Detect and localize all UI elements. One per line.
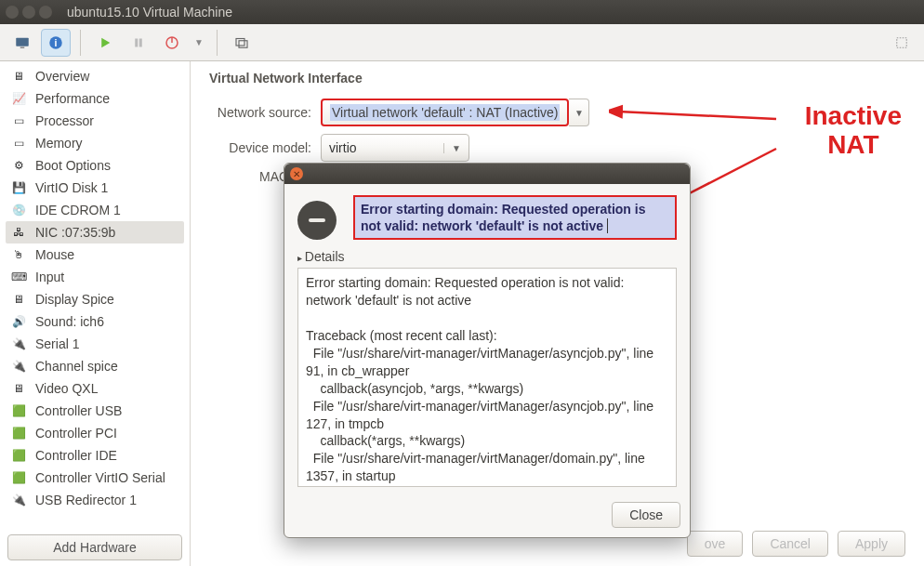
- network-source-value: Virtual network 'default' : NAT (Inactiv…: [330, 104, 560, 121]
- sidebar-item-label: NIC :07:35:9b: [35, 225, 115, 240]
- device-model-label: Device model:: [209, 140, 321, 155]
- shutdown-menu-button[interactable]: ▼: [191, 29, 207, 57]
- console-view-button[interactable]: [7, 29, 37, 57]
- footer-buttons: ove Cancel Apply: [687, 531, 905, 557]
- sidebar-item[interactable]: 📈Performance: [6, 87, 184, 110]
- sidebar-item[interactable]: ⚙Boot Options: [6, 154, 184, 177]
- hardware-sidebar: 🖥Overview📈Performance▭Processor▭Memory⚙B…: [0, 61, 191, 566]
- svg-rect-9: [236, 38, 244, 46]
- sidebar-item-icon: 💾: [9, 180, 28, 195]
- sidebar-item-label: Display Spice: [35, 292, 114, 307]
- sidebar-item-icon: 🖥: [9, 381, 28, 396]
- sidebar-item-label: VirtIO Disk 1: [35, 180, 108, 195]
- sidebar-item[interactable]: 💾VirtIO Disk 1: [6, 177, 184, 199]
- dialog-close-icon[interactable]: ✕: [290, 167, 303, 180]
- network-source-dropdown[interactable]: Virtual network 'default' : NAT (Inactiv…: [321, 99, 569, 126]
- dialog-titlebar[interactable]: ✕: [284, 164, 690, 184]
- sidebar-item[interactable]: 🔌Channel spice: [6, 355, 184, 377]
- sidebar-item-icon: 🖧: [9, 225, 28, 240]
- svg-text:i: i: [55, 36, 58, 47]
- sidebar-item-icon: 🔊: [9, 314, 28, 329]
- sidebar-item-icon: 🔌: [9, 493, 28, 507]
- sidebar-item[interactable]: 🖥Overview: [6, 65, 184, 87]
- remove-button[interactable]: ove: [687, 531, 744, 557]
- sidebar-item-icon: ▭: [9, 113, 28, 128]
- sidebar-item-icon: 🔌: [9, 359, 28, 374]
- network-source-row: Network source: Virtual network 'default…: [209, 99, 905, 126]
- pause-button[interactable]: [124, 29, 153, 57]
- sidebar-item[interactable]: 🟩Controller IDE: [6, 444, 184, 467]
- sidebar-item[interactable]: 🔊Sound: ich6: [6, 310, 184, 333]
- sidebar-item[interactable]: 💿IDE CDROM 1: [6, 199, 184, 221]
- sidebar-item-icon: 🟩: [9, 470, 28, 485]
- sidebar-item[interactable]: ▭Processor: [6, 110, 184, 132]
- toolbar: i ▼: [0, 24, 924, 61]
- sidebar-item-label: Input: [35, 270, 64, 284]
- sidebar-item-label: Controller IDE: [35, 448, 117, 463]
- sidebar-item-label: Processor: [35, 113, 94, 128]
- sidebar-item-label: Memory: [35, 136, 83, 151]
- chevron-down-icon: ▼: [443, 143, 461, 153]
- annotation-text: Inactive NAT: [805, 102, 902, 160]
- sidebar-item[interactable]: 🔌USB Redirector 1: [6, 489, 184, 511]
- sidebar-item-label: Overview: [35, 69, 89, 84]
- svg-rect-10: [239, 40, 247, 47]
- fullscreen-button[interactable]: [887, 29, 917, 57]
- toolbar-separator-2: [217, 30, 218, 56]
- sidebar-item[interactable]: 🟩Controller USB: [6, 400, 184, 422]
- sidebar-item[interactable]: 🖧NIC :07:35:9b: [6, 221, 184, 244]
- dialog-close-button[interactable]: Close: [612, 502, 680, 528]
- sidebar-item-icon: 🔌: [9, 336, 28, 351]
- chevron-down-icon: ▼: [194, 37, 204, 47]
- window-title: ubuntu15.10 Virtual Machine: [67, 5, 232, 20]
- svg-rect-1: [20, 46, 25, 48]
- window-maximize-icon[interactable]: [39, 6, 52, 19]
- sidebar-item[interactable]: ⌨Input: [6, 266, 184, 288]
- sidebar-item[interactable]: 🖥Video QXL: [6, 377, 184, 400]
- sidebar-item[interactable]: 🖥Display Spice: [6, 288, 184, 310]
- sidebar-item-icon: 🖥: [9, 69, 28, 84]
- panel-title: Virtual Network Interface: [209, 71, 905, 86]
- svg-rect-11: [897, 37, 907, 47]
- toolbar-separator: [80, 30, 81, 56]
- window-close-icon[interactable]: [6, 6, 19, 19]
- sidebar-item-label: USB Redirector 1: [35, 493, 137, 507]
- shutdown-button[interactable]: [157, 29, 187, 57]
- network-source-label: Network source:: [209, 105, 321, 120]
- sidebar-item[interactable]: 🟩Controller VirtIO Serial: [6, 467, 184, 489]
- sidebar-item-label: Mouse: [35, 247, 74, 262]
- sidebar-item-label: Controller PCI: [35, 426, 117, 441]
- chevron-down-icon[interactable]: ▼: [569, 99, 589, 126]
- device-model-dropdown[interactable]: virtio ▼: [321, 134, 469, 162]
- sidebar-item-icon: ⚙: [9, 158, 28, 173]
- device-model-value: virtio: [329, 140, 436, 155]
- svg-marker-4: [101, 37, 110, 47]
- device-model-row: Device model: virtio ▼: [209, 134, 905, 162]
- sidebar-item-icon: 🟩: [9, 426, 28, 441]
- svg-rect-0: [16, 37, 29, 46]
- sidebar-item-label: Controller VirtIO Serial: [35, 470, 165, 485]
- sidebar-item-label: IDE CDROM 1: [35, 203, 121, 217]
- sidebar-item[interactable]: 🔌Serial 1: [6, 333, 184, 355]
- sidebar-item-label: Performance: [35, 91, 110, 106]
- sidebar-item[interactable]: 🟩Controller PCI: [6, 422, 184, 444]
- svg-rect-6: [139, 38, 142, 46]
- window-minimize-icon[interactable]: [22, 6, 35, 19]
- sidebar-item-label: Channel spice: [35, 359, 118, 374]
- sidebar-item-icon: 🖥: [9, 292, 28, 307]
- sidebar-item[interactable]: 🖱Mouse: [6, 244, 184, 266]
- sidebar-item-icon: 📈: [9, 91, 28, 106]
- sidebar-item-icon: 🟩: [9, 403, 28, 418]
- details-textbox[interactable]: Error starting domain: Requested operati…: [297, 268, 677, 487]
- add-hardware-button[interactable]: Add Hardware: [7, 534, 182, 560]
- run-button[interactable]: [90, 29, 120, 57]
- details-toggle[interactable]: Details: [297, 249, 677, 264]
- details-view-button[interactable]: i: [41, 29, 71, 57]
- cancel-button[interactable]: Cancel: [752, 531, 828, 557]
- snapshots-button[interactable]: [227, 29, 257, 57]
- svg-rect-5: [135, 38, 138, 46]
- sidebar-item-icon: ⌨: [9, 270, 28, 284]
- apply-button[interactable]: Apply: [838, 531, 905, 557]
- sidebar-item[interactable]: ▭Memory: [6, 132, 184, 154]
- sidebar-item-label: Video QXL: [35, 381, 98, 396]
